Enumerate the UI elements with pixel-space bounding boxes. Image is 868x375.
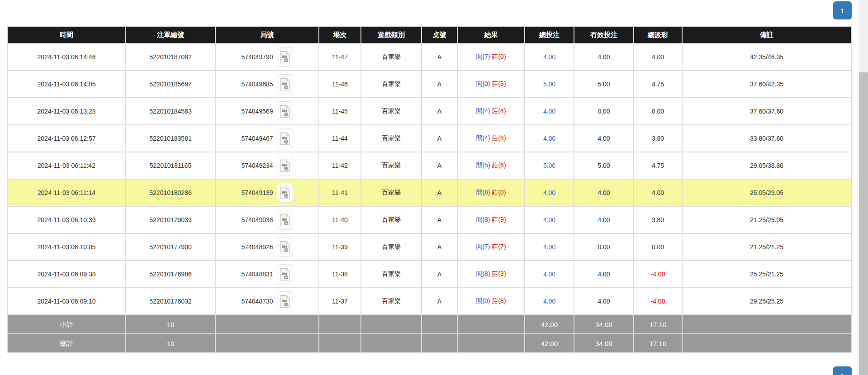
table-row: 2024-11-03 06:10:39 522010179039 5740490… [7, 206, 851, 233]
result-cell: 閒(8) 莊(9) [457, 206, 525, 233]
result-cell: 閒(7) 莊(0) [457, 43, 525, 71]
game-type-cell: 百家樂 [361, 288, 422, 315]
result-banker: 莊(3) [492, 270, 506, 277]
table-id-cell: A [422, 125, 457, 152]
bet-history-table: 時間 注單編號 局號 場次 遊戲類別 桌號 結果 總投注 有效投注 總派彩 備註… [7, 26, 852, 353]
video-replay-button[interactable] [277, 128, 293, 148]
game-type-cell: 百家樂 [361, 261, 422, 288]
video-replay-button[interactable] [277, 237, 293, 257]
total-bet-link[interactable]: 4.00 [543, 108, 555, 115]
total-bet-link[interactable]: 4.00 [543, 243, 555, 251]
total-payout-cell: 4.75 [634, 71, 682, 98]
table-row: 2024-11-03 06:13:28 522010184563 5740495… [7, 98, 851, 125]
time-cell: 2024-11-03 06:09:10 [7, 288, 126, 315]
video-replay-button[interactable] [277, 210, 293, 230]
total-bet-cell[interactable]: 4.00 [525, 43, 574, 71]
bet-id-cell: 522010187082 [126, 43, 215, 71]
subtotal-label: 小計 [7, 315, 126, 334]
video-replay-button[interactable] [277, 183, 293, 203]
result-banker: 莊(0) [492, 189, 506, 196]
header-result: 結果 [457, 26, 525, 43]
scrollbar-thumb[interactable] [859, 72, 868, 375]
session-cell: 11-40 [319, 206, 361, 233]
table-row: 2024-11-03 06:14:46 522010187082 5740497… [7, 43, 851, 71]
total-bet-cell[interactable]: 4.00 [525, 288, 574, 315]
total-bet-cell[interactable]: 4.00 [525, 179, 574, 206]
pagination-page-1-top[interactable]: 1 [833, 1, 852, 19]
result-banker: 莊(8) [492, 134, 506, 142]
video-replay-document-icon [280, 186, 290, 199]
result-banker: 莊(8) [492, 297, 506, 304]
grand-total-valid-bet: 34.00 [574, 334, 634, 353]
table-row: 2024-11-03 06:09:38 522010176986 5740488… [7, 261, 851, 288]
session-cell: 11-44 [319, 125, 361, 152]
total-bet-link[interactable]: 4.00 [543, 216, 555, 223]
result-cell: 閒(5) 莊(6) [457, 152, 525, 179]
table-id-cell: A [422, 98, 457, 125]
remark-cell: 29.05/33.80 [682, 152, 851, 179]
total-bet-cell[interactable]: 5.00 [525, 152, 574, 179]
time-cell: 2024-11-03 06:12:57 [7, 125, 126, 152]
total-bet-link[interactable]: 4.00 [543, 135, 555, 142]
total-bet-link[interactable]: 4.00 [543, 53, 555, 61]
remark-cell: 25.05/29.05 [682, 179, 851, 206]
result-player: 閒(4) [476, 134, 490, 142]
total-bet-link[interactable]: 4.00 [543, 271, 555, 278]
video-replay-button[interactable] [277, 47, 293, 67]
remark-cell: 37.60/42.35 [682, 71, 851, 98]
game-type-cell: 百家樂 [361, 71, 422, 98]
result-player: 閒(0) [476, 297, 490, 304]
video-replay-document-icon [280, 295, 290, 308]
result-cell: 閒(0) 莊(5) [457, 71, 525, 98]
video-replay-button[interactable] [277, 291, 293, 311]
table-id-cell: A [422, 43, 457, 71]
total-bet-link[interactable]: 4.00 [543, 298, 555, 305]
game-type-cell: 百家樂 [361, 179, 422, 206]
total-bet-cell[interactable]: 4.00 [525, 125, 574, 152]
video-replay-button[interactable] [277, 74, 293, 94]
total-bet-link[interactable]: 4.00 [543, 189, 555, 196]
total-bet-link[interactable]: 5.00 [543, 162, 555, 169]
result-player: 閒(8) [476, 216, 490, 223]
table-row: 2024-11-03 06:11:14 522010180286 5740491… [7, 179, 851, 206]
video-replay-button[interactable] [277, 264, 293, 284]
total-bet-cell[interactable]: 4.00 [525, 261, 574, 288]
table-id-cell: A [422, 261, 457, 288]
result-cell: 閒(7) 莊(7) [457, 233, 525, 261]
video-replay-button[interactable] [277, 101, 293, 121]
remark-cell: 21.25/21.25 [682, 233, 851, 261]
table-row: 2024-11-03 06:12:57 522010183581 5740494… [7, 125, 851, 152]
table-id-cell: A [422, 206, 457, 233]
round-id: 574049790 [241, 53, 273, 61]
session-cell: 11-47 [319, 43, 361, 71]
remark-cell: 42.35/46.35 [682, 43, 851, 71]
result-banker: 莊(4) [492, 107, 506, 114]
total-bet-cell[interactable]: 4.00 [525, 98, 574, 125]
video-replay-document-icon [280, 132, 290, 145]
remark-cell: 37.60/37.60 [682, 98, 851, 125]
valid-bet-cell: 0.00 [574, 233, 634, 261]
time-cell: 2024-11-03 06:13:28 [7, 98, 126, 125]
bet-id-cell: 522010177900 [126, 233, 215, 261]
result-cell: 閒(8) 莊(3) [457, 261, 525, 288]
table-id-cell: A [422, 179, 457, 206]
total-bet-cell[interactable]: 4.00 [525, 233, 574, 261]
result-player: 閒(0) [476, 80, 490, 87]
header-session: 場次 [319, 26, 361, 43]
valid-bet-cell: 4.00 [574, 206, 634, 233]
session-cell: 11-42 [319, 152, 361, 179]
bet-id-cell: 522010183581 [126, 125, 215, 152]
pagination-page-1-bottom[interactable]: 1 [833, 366, 852, 375]
table-header: 時間 注單編號 局號 場次 遊戲類別 桌號 結果 總投注 有效投注 總派彩 備註 [7, 26, 851, 43]
time-cell: 2024-11-03 06:14:46 [7, 43, 126, 71]
total-bet-cell[interactable]: 4.00 [525, 206, 574, 233]
total-bet-cell[interactable]: 5.00 [525, 71, 574, 98]
total-bet-link[interactable]: 5.00 [543, 81, 555, 88]
total-payout-cell: 0.00 [634, 233, 682, 261]
video-replay-button[interactable] [277, 156, 293, 176]
game-type-cell: 百家樂 [361, 98, 422, 125]
game-type-cell: 百家樂 [361, 43, 422, 71]
time-cell: 2024-11-03 06:14:05 [7, 71, 126, 98]
round-id-cell: 574049234 [215, 152, 319, 179]
scrollbar-track[interactable] [859, 0, 868, 375]
